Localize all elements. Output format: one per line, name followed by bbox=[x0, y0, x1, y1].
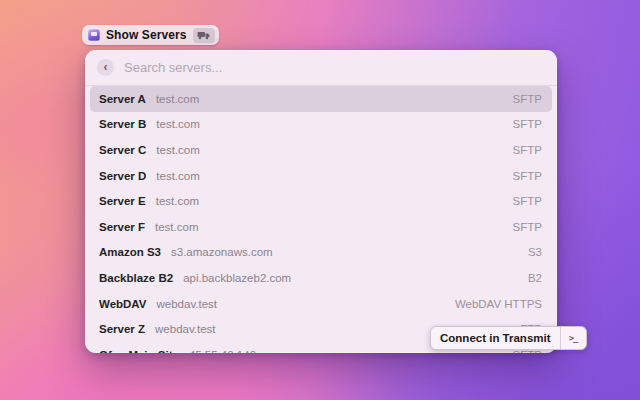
server-name: Server Z bbox=[99, 323, 145, 335]
server-host: test.com bbox=[156, 144, 199, 156]
server-name: Server F bbox=[99, 221, 145, 233]
server-name: Backblaze B2 bbox=[99, 272, 173, 284]
server-row[interactable]: Server E test.com SFTP bbox=[90, 188, 552, 214]
server-name: Amazon S3 bbox=[99, 246, 161, 258]
show-servers-menubar-button[interactable]: Show Servers bbox=[82, 25, 219, 45]
server-host: test.com bbox=[156, 195, 199, 207]
server-row[interactable]: Server C test.com SFTP bbox=[90, 137, 552, 163]
server-host: webdav.test bbox=[157, 298, 218, 310]
server-name: Server E bbox=[99, 195, 146, 207]
server-host: test.com bbox=[156, 93, 199, 105]
server-name: Server A bbox=[99, 93, 146, 105]
show-servers-label: Show Servers bbox=[106, 28, 187, 42]
server-host: webdav.test bbox=[155, 323, 216, 335]
server-row[interactable]: Server F test.com SFTP bbox=[90, 214, 552, 240]
server-protocol: SFTP bbox=[513, 144, 542, 156]
server-host: test.com bbox=[156, 118, 199, 130]
server-host: test.com bbox=[155, 221, 198, 233]
server-row[interactable]: Server B test.com SFTP bbox=[90, 112, 552, 138]
server-row[interactable]: Server A test.com SFTP bbox=[90, 86, 552, 112]
server-name: WebDAV bbox=[99, 298, 147, 310]
server-protocol: WebDAV HTTPS bbox=[455, 298, 542, 310]
app-badge bbox=[193, 28, 215, 43]
server-protocol: SFTP bbox=[513, 93, 542, 105]
search-bar: ‹ bbox=[85, 50, 557, 86]
server-host: s3.amazonaws.com bbox=[171, 246, 273, 258]
server-name: Ofan Main Site bbox=[99, 349, 179, 353]
server-row[interactable]: Backblaze B2 api.backblazeb2.com B2 bbox=[90, 265, 552, 291]
server-name: Server D bbox=[99, 170, 146, 182]
server-host: test.com bbox=[156, 170, 199, 182]
server-protocol: SFTP bbox=[513, 195, 542, 207]
server-protocol: SFTP bbox=[513, 118, 542, 130]
truck-icon bbox=[197, 31, 210, 40]
server-row[interactable]: WebDAV webdav.test WebDAV HTTPS bbox=[90, 291, 552, 317]
search-input[interactable] bbox=[124, 60, 545, 75]
server-row[interactable]: Amazon S3 s3.amazonaws.com S3 bbox=[90, 240, 552, 266]
transmit-app-icon bbox=[88, 29, 100, 41]
server-name: Server B bbox=[99, 118, 146, 130]
connect-in-transmit-label: Connect in Transmit bbox=[431, 327, 560, 349]
servers-popover: ‹ Server A test.com SFTP Server B test.c… bbox=[85, 50, 557, 353]
server-protocol: S3 bbox=[528, 246, 542, 258]
server-host: api.backblazeb2.com bbox=[183, 272, 291, 284]
connect-in-transmit-button[interactable]: Connect in Transmit >_ bbox=[430, 326, 587, 350]
terminal-prompt-icon: >_ bbox=[560, 327, 586, 349]
server-protocol: SFTP bbox=[513, 221, 542, 233]
server-protocol: SFTP bbox=[513, 170, 542, 182]
server-host: 45.55.40.140 bbox=[189, 349, 256, 353]
server-protocol: B2 bbox=[528, 272, 542, 284]
server-row[interactable]: Server D test.com SFTP bbox=[90, 163, 552, 189]
server-name: Server C bbox=[99, 144, 146, 156]
chevron-left-icon[interactable]: ‹ bbox=[97, 59, 114, 76]
server-list: Server A test.com SFTP Server B test.com… bbox=[85, 86, 557, 353]
